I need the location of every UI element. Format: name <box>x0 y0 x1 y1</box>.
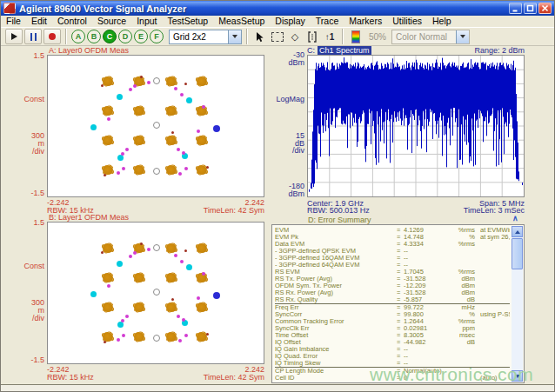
chevron-down-icon[interactable] <box>228 30 241 43</box>
pbch-magenta-point <box>180 260 184 263</box>
qam-symbol-cluster <box>103 302 113 312</box>
window-controls <box>509 3 552 14</box>
qam-symbol-cluster <box>134 136 144 145</box>
scrollbar-thumb[interactable] <box>512 238 523 269</box>
grid-layout-dropdown[interactable]: Grid 2x2 <box>169 30 242 44</box>
trace-button-d[interactable]: D <box>118 30 132 43</box>
app-icon <box>3 3 16 14</box>
qam-symbol-cluster <box>197 165 207 175</box>
sync-qpsk-point <box>117 94 123 100</box>
menu-item-file[interactable]: File <box>1 16 26 27</box>
toolbar-separator <box>65 29 67 44</box>
menu-item-trace[interactable]: Trace <box>311 16 344 27</box>
title-bar[interactable]: Agilent 89600 Vector Signal Analyzer <box>1 1 554 16</box>
grid-layout-value: Grid 2x2 <box>170 32 228 42</box>
minimize-button[interactable] <box>509 3 522 14</box>
misc-dots-point <box>101 84 104 87</box>
record-button[interactable] <box>43 29 61 44</box>
error-summary-panel[interactable]: EVM=4.1269%rmsat EVMWindow CenterEVM Pk=… <box>271 224 525 383</box>
play-button[interactable] <box>5 29 23 44</box>
panel-c-y-format: LogMag <box>264 96 304 103</box>
qam-symbol-cluster <box>166 332 177 342</box>
panel-b-scale-per-div: 300m/div <box>3 299 44 322</box>
maximize-button[interactable] <box>524 3 537 14</box>
error-summary-row: - 3GPP-defined 16QAM EVM=-- <box>275 255 510 262</box>
pbch-magenta-point <box>147 81 150 84</box>
menu-item-help[interactable]: Help <box>427 16 457 27</box>
marker-to-peak-icon[interactable]: ↑1 <box>322 29 338 44</box>
misc-dots-point <box>184 83 187 85</box>
misc-dots-point <box>140 76 143 78</box>
pilot-reference-point <box>153 335 160 342</box>
misc-dots-point <box>171 298 174 301</box>
qam-symbol-cluster <box>103 136 113 145</box>
pointer-tool-icon[interactable] <box>252 29 268 44</box>
menu-item-utilities[interactable]: Utilities <box>387 16 427 27</box>
close-button[interactable] <box>538 3 552 14</box>
toolbar-separator <box>246 29 248 44</box>
constellation-a[interactable] <box>47 55 264 197</box>
qam-symbol-cluster <box>197 332 207 342</box>
panel-a-y-top: 1.5 <box>3 52 44 60</box>
menu-item-markers[interactable]: Markers <box>344 16 387 27</box>
spectrum-plot[interactable] <box>307 55 525 197</box>
panel-c-range: Range: 2 dBm <box>418 47 525 55</box>
band-marker-icon[interactable] <box>304 29 320 44</box>
menu-item-control[interactable]: Control <box>52 16 92 27</box>
collapse-chevron-icon[interactable]: ∧ <box>512 215 518 223</box>
error-summary-scrollbar[interactable] <box>512 226 523 382</box>
misc-dots-point <box>104 341 106 343</box>
pilot-reference-point <box>153 168 160 175</box>
panel-a-scale-per-div: 300m/div <box>3 132 44 156</box>
constellation-b[interactable] <box>47 222 264 364</box>
qam-symbol-cluster <box>197 243 207 253</box>
pbch-magenta-point <box>129 255 132 258</box>
menu-item-testsetup[interactable]: TestSetup <box>163 16 214 27</box>
panel-b-y-top: 1.5 <box>3 219 44 227</box>
pilot-reference-point <box>153 122 160 129</box>
scroll-up-button[interactable] <box>512 226 523 237</box>
pbch-magenta-point <box>184 334 188 337</box>
error-summary-rows: EVM=4.1269%rmsat EVMWindow CenterEVM Pk=… <box>275 227 510 382</box>
trace-button-b[interactable]: B <box>87 30 101 43</box>
pbch-magenta-point <box>184 167 188 170</box>
error-summary-row: RS Rx. Quality=-5.857dB <box>275 296 510 303</box>
pause-button[interactable] <box>24 29 42 44</box>
qam-symbol-cluster <box>134 165 144 175</box>
menu-item-edit[interactable]: Edit <box>26 16 52 27</box>
menu-item-meassetup[interactable]: MeasSetup <box>213 16 270 27</box>
colorbar-icon[interactable] <box>348 29 364 44</box>
sync-qpsk-point <box>117 322 124 328</box>
pbch-magenta-point <box>117 171 120 175</box>
control-point <box>213 125 220 132</box>
pause-icon <box>30 33 37 41</box>
menu-item-source[interactable]: Source <box>92 16 131 27</box>
menu-item-display[interactable]: Display <box>270 16 310 27</box>
qam-symbol-cluster <box>166 302 177 312</box>
selection-rectangle-icon <box>271 32 284 42</box>
misc-dots-point <box>101 251 104 254</box>
panel-c-y-top: -30dBm <box>264 51 304 66</box>
trace-button-c[interactable]: C <box>103 30 117 43</box>
qam-symbol-cluster <box>134 302 144 312</box>
panel-b-title[interactable]: B: Layer1 OFDM Meas <box>49 214 129 222</box>
zoom-select-tool-icon[interactable] <box>270 29 285 44</box>
qam-symbol-cluster <box>197 302 207 312</box>
minimize-icon <box>512 4 519 12</box>
close-icon <box>541 4 549 12</box>
qam-symbol-cluster <box>103 273 113 282</box>
trace-button-a[interactable]: A <box>71 30 85 43</box>
panel-d-title[interactable]: D: Error Summary <box>308 216 371 224</box>
pbch-magenta-point <box>178 339 182 342</box>
trace-button-group: ABCDEF <box>71 30 164 43</box>
misc-dots-point <box>206 166 209 169</box>
trace-button-e[interactable]: E <box>134 30 148 43</box>
pbch-magenta-point <box>177 315 180 318</box>
error-summary-row: IQ Offset=-44.982dB <box>275 339 510 346</box>
panel-c-title[interactable]: C:Ch1 Spectrum <box>307 47 371 55</box>
panel-a-title[interactable]: A: Layer0 OFDM Meas <box>49 47 129 55</box>
marker-diamond-icon[interactable]: ◇ <box>287 29 303 44</box>
app-window: Agilent 89600 Vector Signal Analyzer Fil… <box>0 0 555 392</box>
menu-item-input[interactable]: Input <box>131 16 162 27</box>
trace-button-f[interactable]: F <box>150 30 164 43</box>
